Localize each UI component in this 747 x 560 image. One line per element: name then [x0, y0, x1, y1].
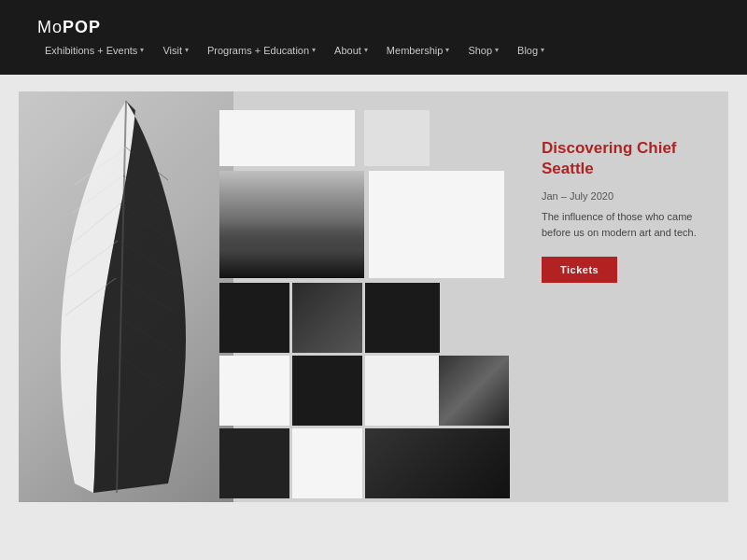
checker-cell [219, 356, 289, 426]
checker-cell [365, 428, 510, 498]
nav-about[interactable]: About ▾ [327, 43, 375, 58]
checker-cell [292, 428, 362, 498]
nav-exhibitions-label: Exhibitions + Events [45, 45, 137, 56]
tickets-button[interactable]: Tickets [542, 257, 617, 283]
chevron-down-icon: ▾ [185, 46, 189, 54]
checker-cell [439, 356, 509, 426]
feather-image [19, 91, 233, 502]
nav-visit-label: Visit [162, 45, 182, 56]
logo-mo: Mo [37, 18, 63, 36]
nav-membership-label: Membership [387, 45, 444, 56]
exhibit-dates: Jan – July 2020 [542, 190, 710, 202]
checker-cell [292, 283, 362, 353]
checker-cell [365, 356, 440, 426]
mosaic-forest-fog [219, 222, 364, 278]
mosaic-collage [219, 110, 509, 493]
nav-programs[interactable]: Programs + Education ▾ [200, 43, 323, 58]
logo-pop: POP [63, 18, 101, 36]
logo[interactable]: MoPOP [37, 18, 101, 37]
chevron-down-icon: ▾ [495, 46, 499, 54]
header: MoPOP Exhibitions + Events ▾ Visit ▾ Pro… [0, 0, 747, 75]
nav-membership[interactable]: Membership ▾ [379, 43, 458, 58]
logo-row: MoPOP [37, 18, 710, 37]
nav-programs-label: Programs + Education [207, 45, 309, 56]
checker-pattern [219, 283, 509, 488]
main-nav: Exhibitions + Events ▾ Visit ▾ Programs … [37, 43, 710, 58]
nav-shop-label: Shop [468, 45, 492, 56]
mosaic-forest [219, 171, 364, 278]
exhibit-title: Discovering Chief Seattle [542, 138, 710, 179]
chevron-down-icon: ▾ [445, 46, 449, 54]
nav-blog[interactable]: Blog ▾ [510, 43, 552, 58]
chevron-down-icon: ▾ [541, 46, 544, 54]
mosaic-white-top-left [219, 110, 355, 166]
nav-visit[interactable]: Visit ▾ [155, 43, 196, 58]
checker-cell [219, 428, 289, 498]
nav-exhibitions[interactable]: Exhibitions + Events ▾ [37, 43, 151, 58]
exhibit-description: The influence of those who came before u… [542, 209, 710, 240]
nav-blog-label: Blog [517, 45, 538, 56]
checker-cell [219, 283, 289, 353]
nav-shop[interactable]: Shop ▾ [460, 43, 506, 58]
mosaic-white-mid [369, 171, 504, 278]
chevron-down-icon: ▾ [364, 46, 368, 54]
feather-svg [47, 91, 205, 502]
chevron-down-icon: ▾ [140, 46, 144, 54]
checker-cell [365, 283, 440, 353]
checker-cell [292, 356, 362, 426]
nav-about-label: About [334, 45, 361, 56]
mosaic-gray-top-right [364, 110, 430, 166]
chevron-down-icon: ▾ [312, 46, 316, 54]
exhibit-info-panel: Discovering Chief Seattle Jan – July 202… [542, 138, 710, 283]
main-content: Discovering Chief Seattle Jan – July 202… [19, 91, 728, 502]
